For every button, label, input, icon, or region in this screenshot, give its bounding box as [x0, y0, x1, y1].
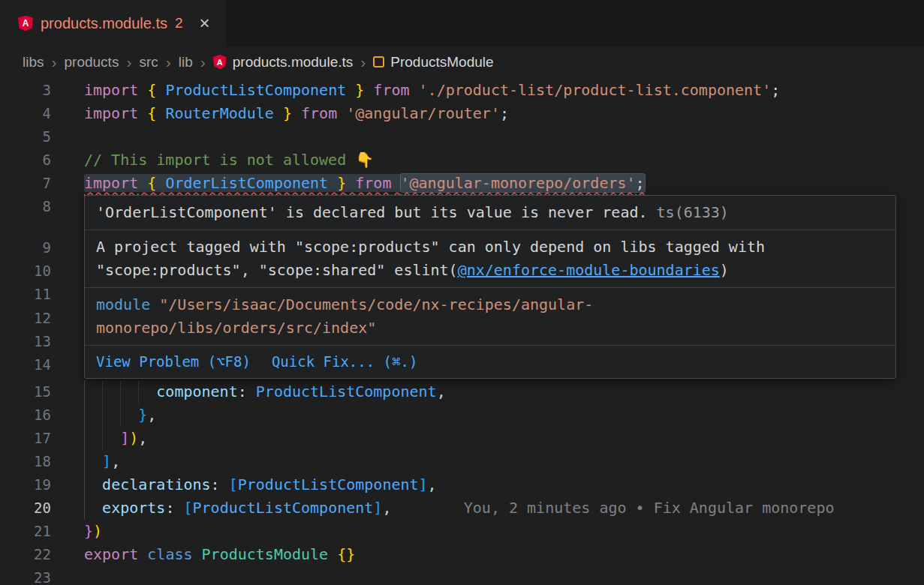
view-problem-link[interactable]: View Problem (⌥F8) [96, 350, 251, 374]
class-name-token: ProductListComponent [193, 499, 374, 517]
line-number-22[interactable]: 22 [0, 543, 51, 566]
eslint-rule-link[interactable]: @nx/enforce-module-boundaries [458, 261, 720, 279]
bracket-token: { [147, 174, 156, 192]
tab-title: products.module.ts [41, 15, 167, 32]
bracket-token: } [337, 174, 346, 192]
code-line-15[interactable]: component: ProductListComponent, [84, 380, 446, 404]
emoji-icon: 👇 [355, 151, 374, 169]
breadcrumb-item-lib[interactable]: lib [179, 54, 193, 70]
line-number-23[interactable]: 23 [0, 566, 51, 585]
code-line-7[interactable]: import { OrderListComponent } from '@ang… [84, 172, 645, 195]
code-line-3[interactable]: import { ProductListComponent } from './… [84, 79, 780, 102]
punctuation-token [156, 81, 165, 99]
quick-fix-link[interactable]: Quick Fix... (⌘.) [272, 350, 417, 374]
punctuation-token: , [138, 429, 147, 447]
code-line-19[interactable]: declarations: [ProductListComponent], [84, 473, 437, 496]
punctuation-token: ; [771, 81, 780, 99]
hover-action-bar: View Problem (⌥F8)Quick Fix... (⌘.) [85, 346, 895, 378]
breadcrumb-item-src[interactable]: src [139, 54, 158, 70]
text-token: "scope:products", "scope:shared" [96, 261, 394, 279]
hover-section-ts-unused-diagnostic: 'OrderListComponent' is declared but its… [85, 196, 895, 230]
breadcrumb-label: products.module.ts [233, 54, 354, 70]
line-number-4[interactable]: 4 [0, 102, 51, 125]
code-line-20[interactable]: exports: [ProductListComponent], You, 2 … [84, 496, 834, 520]
line-number-6[interactable]: 6 [0, 148, 51, 172]
punctuation-token [346, 174, 355, 192]
bracket-token: ] [419, 476, 428, 494]
hover-popup: 'OrderListComponent' is declared but its… [84, 195, 896, 379]
punctuation-token [138, 545, 147, 563]
line-number-13[interactable]: 13 [0, 330, 51, 353]
hover-text-line: 'OrderListComponent' is declared but its… [96, 201, 884, 224]
class-name-token: RouterModule [165, 104, 274, 122]
line-number-5[interactable]: 5 [0, 125, 51, 148]
bracket-token: ] [120, 429, 129, 447]
breadcrumb-item-productsmodule[interactable]: ProductsModule [373, 54, 493, 70]
bracket-token: {} [337, 545, 355, 563]
text-token: ) [720, 261, 729, 279]
class-name-token: OrderListComponent [165, 174, 328, 192]
punctuation-token [220, 476, 229, 494]
punctuation-token [84, 476, 102, 494]
line-number-8[interactable]: 8 [0, 195, 51, 218]
symbol-class-icon [373, 56, 384, 68]
code-line-6[interactable]: // This import is not allowed 👇 [84, 148, 374, 172]
punctuation-token [337, 104, 346, 122]
bracket-token: { [147, 81, 156, 99]
keyword-token: from [373, 81, 409, 99]
line-number-20[interactable]: 20 [0, 496, 51, 520]
line-number-19[interactable]: 19 [0, 473, 51, 496]
breadcrumb-item-products[interactable]: products [65, 54, 119, 70]
line-number-3[interactable]: 3 [0, 79, 51, 102]
bracket-token: } [138, 406, 147, 424]
punctuation-token [274, 104, 283, 122]
punctuation-token [346, 81, 355, 99]
chevron-right-icon: › [200, 53, 206, 71]
code-editor[interactable]: 34567891011121314151617181920212223impor… [0, 77, 924, 585]
line-number-18[interactable]: 18 [0, 450, 51, 473]
code-line-18[interactable]: ], [84, 450, 120, 473]
string-token: '@angular/router' [346, 104, 500, 122]
hover-section-nx-boundaries-diagnostic: A project tagged with "scope:products" c… [85, 230, 895, 288]
line-number-21[interactable]: 21 [0, 520, 51, 543]
dim-text-token: ts(6133) [648, 203, 729, 221]
tab-bar: A products.module.ts 2 × [0, 0, 924, 46]
angular-icon: A [18, 16, 33, 32]
code-line-16[interactable]: }, [84, 404, 156, 427]
line-number-14[interactable]: 14 [0, 353, 51, 376]
keyword-token: from [355, 174, 391, 192]
line-number-17[interactable]: 17 [0, 427, 51, 450]
property-token: exports [102, 499, 165, 517]
bracket-token: ] [373, 499, 382, 517]
bracket-token: { [147, 104, 156, 122]
line-number-16[interactable]: 16 [0, 404, 51, 427]
code-line-17[interactable]: ]), [84, 427, 147, 450]
code-line-21[interactable]: }) [84, 520, 102, 543]
line-number-7[interactable]: 7 [0, 172, 51, 195]
text-token: 'OrderListComponent' is declared but its… [96, 203, 648, 221]
punctuation-token: , [428, 476, 437, 494]
chevron-right-icon: › [125, 53, 132, 71]
punctuation-token [156, 174, 165, 192]
bracket-token: [ [229, 476, 238, 494]
breadcrumb-item-products-module-ts[interactable]: Aproducts.module.ts [213, 54, 354, 70]
class-name-token: ProductListComponent [238, 476, 419, 494]
line-number-10[interactable]: 10 [0, 260, 51, 283]
class-name-token: ProductListComponent [165, 81, 346, 99]
line-number-11[interactable]: 11 [0, 283, 51, 306]
line-number-9[interactable]: 9 [0, 236, 51, 260]
close-icon[interactable]: × [200, 14, 210, 32]
punctuation-token [247, 382, 256, 400]
string-token: monorepo/libs/orders/src/index" [96, 319, 376, 337]
punctuation-token: : [165, 499, 174, 517]
bracket-token: [ [183, 499, 192, 517]
code-line-4[interactable]: import { RouterModule } from '@angular/r… [84, 102, 509, 125]
punctuation-token [328, 545, 337, 563]
chevron-right-icon: › [165, 53, 172, 71]
editor-tab[interactable]: A products.module.ts 2 × [0, 0, 227, 46]
code-line-22[interactable]: export class ProductsModule {} [84, 543, 355, 566]
line-number-12[interactable]: 12 [0, 307, 51, 330]
class-name-token: ProductsModule [202, 545, 329, 563]
line-number-15[interactable]: 15 [0, 380, 51, 404]
breadcrumb-item-libs[interactable]: libs [23, 54, 44, 70]
